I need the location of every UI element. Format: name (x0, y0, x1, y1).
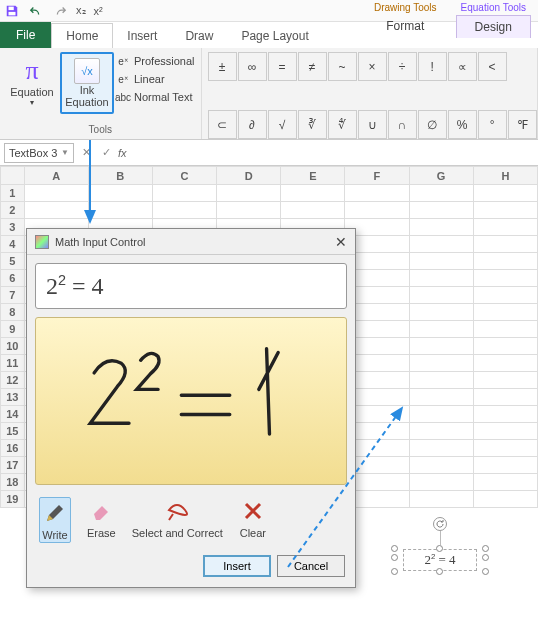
symbol-button[interactable]: < (478, 52, 507, 81)
symbol-button[interactable]: ∜ (328, 110, 357, 139)
cell[interactable] (217, 185, 281, 202)
cell[interactable] (473, 389, 537, 406)
resize-handle[interactable] (391, 554, 398, 561)
cell[interactable] (152, 202, 216, 219)
row-header[interactable]: 8 (1, 304, 25, 321)
cell[interactable] (473, 287, 537, 304)
symbol-button[interactable]: ⊂ (208, 110, 237, 139)
cell[interactable] (473, 321, 537, 338)
cancel-button[interactable]: Cancel (277, 555, 345, 577)
resize-handle[interactable] (482, 545, 489, 552)
ink-equation-button[interactable]: √x Ink Equation (60, 52, 114, 114)
undo-icon[interactable] (28, 3, 44, 19)
cell[interactable] (409, 406, 473, 423)
row-header[interactable]: 5 (1, 253, 25, 270)
row-header[interactable]: 18 (1, 474, 25, 491)
row-header[interactable]: 9 (1, 321, 25, 338)
row-header[interactable]: 11 (1, 355, 25, 372)
row-header[interactable]: 14 (1, 406, 25, 423)
cell[interactable] (409, 321, 473, 338)
resize-handle[interactable] (391, 545, 398, 552)
cell[interactable] (345, 202, 409, 219)
superscript-btn[interactable]: x² (94, 5, 103, 17)
row-header[interactable]: 7 (1, 287, 25, 304)
cell[interactable] (473, 457, 537, 474)
symbol-button[interactable]: ≠ (298, 52, 327, 81)
cancel-formula-icon[interactable]: ✕ (78, 146, 94, 159)
row-header[interactable]: 1 (1, 185, 25, 202)
cell[interactable] (473, 372, 537, 389)
cell[interactable] (409, 270, 473, 287)
cell[interactable] (473, 338, 537, 355)
symbol-button[interactable]: ∛ (298, 110, 327, 139)
column-header[interactable]: C (152, 167, 216, 185)
row-header[interactable]: 16 (1, 440, 25, 457)
cell[interactable] (473, 474, 537, 491)
cell[interactable] (473, 185, 537, 202)
subscript-btn[interactable]: x₂ (76, 4, 86, 17)
cell[interactable] (409, 355, 473, 372)
cell[interactable] (409, 287, 473, 304)
rotate-handle-icon[interactable] (433, 517, 447, 531)
tab-format[interactable]: Format (368, 15, 442, 37)
symbol-button[interactable]: ÷ (388, 52, 417, 81)
cell[interactable] (473, 253, 537, 270)
symbol-button[interactable]: % (448, 110, 477, 139)
resize-handle[interactable] (436, 545, 443, 552)
resize-handle[interactable] (436, 568, 443, 575)
select-correct-tool[interactable]: Select and Correct (132, 497, 223, 543)
write-tool[interactable]: Write (39, 497, 71, 543)
cell[interactable] (409, 491, 473, 508)
symbol-button[interactable]: × (358, 52, 387, 81)
symbol-button[interactable]: ∞ (238, 52, 267, 81)
cell[interactable] (409, 338, 473, 355)
cell[interactable] (473, 355, 537, 372)
column-header[interactable]: G (409, 167, 473, 185)
cell[interactable] (409, 457, 473, 474)
symbol-button[interactable]: ! (418, 52, 447, 81)
symbol-button[interactable]: ∝ (448, 52, 477, 81)
equation-textbox[interactable]: 22 = 4 (403, 549, 477, 571)
cell[interactable] (88, 202, 152, 219)
row-header[interactable]: 15 (1, 423, 25, 440)
column-header[interactable]: A (24, 167, 88, 185)
cell[interactable] (409, 389, 473, 406)
column-header[interactable]: F (345, 167, 409, 185)
symbol-button[interactable]: ∂ (238, 110, 267, 139)
cell[interactable] (409, 236, 473, 253)
resize-handle[interactable] (391, 568, 398, 575)
symbol-button[interactable]: ∩ (388, 110, 417, 139)
clear-tool[interactable]: Clear (239, 497, 267, 543)
symbol-button[interactable]: ℉ (508, 110, 537, 139)
cell[interactable] (473, 440, 537, 457)
row-header[interactable]: 3 (1, 219, 25, 236)
row-header[interactable]: 10 (1, 338, 25, 355)
cell[interactable] (217, 202, 281, 219)
row-header[interactable]: 13 (1, 389, 25, 406)
cell[interactable] (409, 423, 473, 440)
column-header[interactable]: B (88, 167, 152, 185)
fx-icon[interactable]: fx (118, 147, 127, 159)
cell[interactable] (409, 372, 473, 389)
symbol-button[interactable]: ~ (328, 52, 357, 81)
normal-text-button[interactable]: abcNormal Text (116, 90, 195, 104)
tab-insert[interactable]: Insert (113, 24, 171, 48)
cell[interactable] (473, 236, 537, 253)
cell[interactable] (409, 219, 473, 236)
cell[interactable] (409, 304, 473, 321)
row-header[interactable]: 12 (1, 372, 25, 389)
equation-button[interactable]: π Equation ▾ (6, 52, 58, 114)
column-header[interactable]: D (217, 167, 281, 185)
tab-design[interactable]: Design (456, 15, 531, 38)
cell[interactable] (24, 185, 88, 202)
chevron-down-icon[interactable]: ▼ (61, 148, 69, 157)
cell[interactable] (473, 270, 537, 287)
symbol-button[interactable]: ° (478, 110, 507, 139)
cell[interactable] (473, 202, 537, 219)
cell[interactable] (281, 185, 345, 202)
tab-file[interactable]: File (0, 22, 51, 48)
cell[interactable] (409, 253, 473, 270)
cell[interactable] (473, 304, 537, 321)
cell[interactable] (152, 185, 216, 202)
enter-formula-icon[interactable]: ✓ (98, 146, 114, 159)
